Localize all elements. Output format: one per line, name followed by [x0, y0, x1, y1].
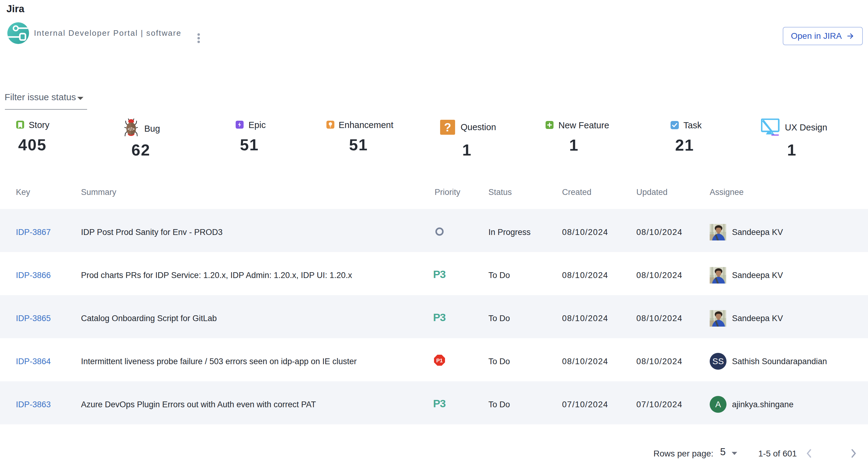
svg-text:P1: P1 [436, 358, 443, 364]
svg-text:?: ? [444, 121, 451, 134]
svg-text:</>: </> [127, 127, 134, 132]
